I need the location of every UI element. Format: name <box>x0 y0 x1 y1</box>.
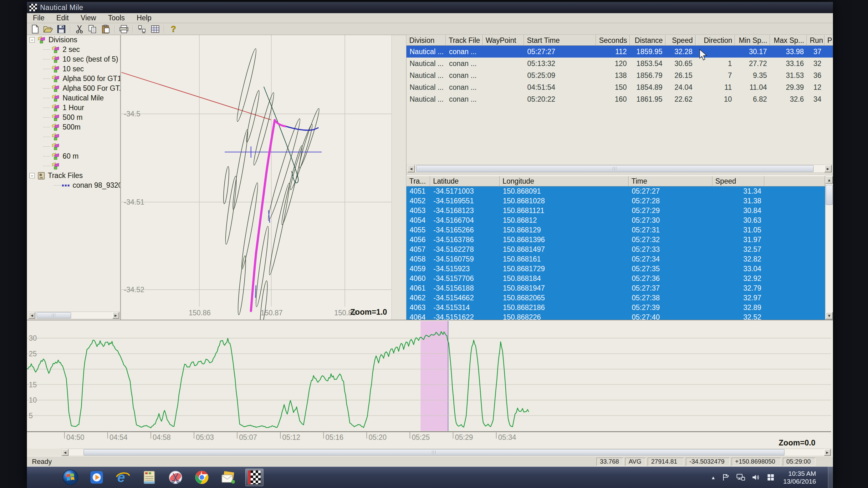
tree-scrollbar-thumb[interactable] <box>37 312 71 319</box>
menu-item-help[interactable]: Help <box>131 13 157 23</box>
save-file-button[interactable] <box>55 24 68 34</box>
menu-item-file[interactable]: File <box>27 13 51 23</box>
tree-item-blank-9[interactable] <box>27 132 120 142</box>
taskbar-clock[interactable]: 10:35 AM 13/06/2016 <box>783 469 816 485</box>
collapse-icon[interactable]: − <box>29 173 35 178</box>
start-button[interactable] <box>61 468 80 486</box>
tree-item-2-sec[interactable]: 2 sec <box>27 45 120 55</box>
tree-item-500-m[interactable]: 500 m <box>27 112 120 122</box>
tree-item-alpha-500-for-gt-[interactable]: Alpha 500 For GT. <box>27 84 120 93</box>
scroll-left-icon[interactable]: ◄ <box>62 449 68 456</box>
runs-column-header-division[interactable]: Division <box>406 35 446 46</box>
points-table-row[interactable]: 4063-34.515314150.868218605:27:3932.89 <box>406 303 825 313</box>
tree-item-nautical-mile[interactable]: Nautical Mile <box>27 93 120 103</box>
points-table-row[interactable]: 4062-34.5154662150.868206505:27:3832.97 <box>406 293 825 303</box>
tree-item-blank-12[interactable] <box>27 161 120 171</box>
runs-column-header-min-sp-[interactable]: Min Sp... <box>735 35 770 46</box>
help-button[interactable]: ? <box>167 24 180 34</box>
tree-item-10-sec-best-of-5-[interactable]: 10 sec (best of 5) <box>27 55 120 64</box>
points-column-header-time[interactable]: Time <box>629 176 712 187</box>
runs-table-row[interactable]: Nautical ...conan ...05:13:321201853.543… <box>406 58 833 69</box>
waypoint-toggle-button[interactable] <box>136 24 148 34</box>
points-vertical-scrollbar[interactable]: ▲ ▼ <box>825 176 833 320</box>
action-center-flag-icon[interactable] <box>722 474 730 481</box>
data-grid-button[interactable] <box>149 24 161 34</box>
scroll-right-icon[interactable]: ► <box>824 165 832 172</box>
print-button[interactable] <box>118 24 130 34</box>
tree-horizontal-scrollbar[interactable]: ◄ ► <box>28 312 120 319</box>
network-icon[interactable] <box>736 474 745 481</box>
points-table-row[interactable]: 4061-34.5156188150.868194705:27:3732.79 <box>406 284 825 293</box>
scroll-right-icon[interactable]: ► <box>112 312 119 319</box>
points-scrollbar-thumb[interactable] <box>826 185 833 205</box>
taskbar-notes-app[interactable] <box>140 468 158 486</box>
menu-item-tools[interactable]: Tools <box>102 13 131 23</box>
runs-column-header-waypoint[interactable]: WayPoint <box>483 35 524 46</box>
points-column-header-tra-[interactable]: Tra... <box>406 176 430 187</box>
cut-button[interactable] <box>73 24 86 34</box>
tree-item-track-file[interactable]: conan 98_932001... <box>27 181 120 190</box>
copy-button[interactable] <box>86 24 99 34</box>
taskbar-nautical-mile-app[interactable] <box>245 468 264 486</box>
window-titlebar[interactable]: Nautical Mile <box>27 2 833 13</box>
volume-icon[interactable] <box>752 474 760 481</box>
points-table-row[interactable]: 4056-34.5163786150.868139605:27:3231.97 <box>406 235 825 245</box>
runs-horizontal-scrollbar[interactable]: ◄ ► <box>407 165 832 173</box>
points-column-header-latitude[interactable]: Latitude <box>430 176 500 187</box>
taskbar-media-player[interactable] <box>88 468 106 486</box>
runs-column-header-distance[interactable]: Distance <box>630 35 665 46</box>
runs-column-header-direction[interactable]: Direction <box>695 35 735 46</box>
graph-horizontal-scrollbar[interactable]: ◄ ► <box>27 449 833 456</box>
desktop-panes-icon[interactable] <box>767 474 774 481</box>
taskbar-chrome[interactable] <box>193 468 211 486</box>
scroll-right-icon[interactable]: ► <box>824 449 831 456</box>
tree-item-60-m[interactable]: 60 m <box>27 152 120 161</box>
runs-table-row[interactable]: Nautical ...conan ...05:27:271121859.953… <box>406 46 833 58</box>
points-table-row[interactable]: 4055-34.5165266150.86812905:27:3131.05 <box>406 225 825 235</box>
tree-item-blank-10[interactable] <box>27 142 120 152</box>
tree-root-divisions[interactable]: −Divisions <box>27 35 120 45</box>
speed-graph-panel[interactable]: 30251510504:5004:5404:5805:0305:0705:120… <box>27 320 833 449</box>
points-table-row[interactable]: 4051-34.5171003150.86809105:27:2731.34 <box>406 187 825 196</box>
points-table-row[interactable]: 4064-34.5151622150.86822605:27:4032.52 <box>406 313 825 320</box>
runs-table-row[interactable]: Nautical ...conan ...05:25:091381856.792… <box>406 69 833 82</box>
tree-root-track-files[interactable]: −Track Files <box>27 171 120 181</box>
tree-item-500m[interactable]: 500m <box>27 122 120 132</box>
tree-item-alpha-500-for-gt1[interactable]: Alpha 500 for GT1 <box>27 74 120 84</box>
open-file-button[interactable] <box>42 24 55 34</box>
points-column-header-longitude[interactable]: Longitude <box>500 176 629 187</box>
taskbar-mail[interactable] <box>219 468 237 486</box>
menu-item-view[interactable]: View <box>75 13 102 23</box>
scroll-left-icon[interactable]: ◄ <box>407 165 415 172</box>
tray-show-hidden-icons[interactable]: ▲ <box>711 475 716 480</box>
runs-table-row[interactable]: Nautical ...conan ...04:51:541501854.892… <box>406 82 833 93</box>
runs-column-header-run[interactable]: Run <box>807 35 825 46</box>
runs-column-header-max-sp-[interactable]: Max Sp... <box>770 35 807 46</box>
scroll-up-icon[interactable]: ▲ <box>826 176 833 184</box>
runs-column-header-seconds[interactable]: Seconds <box>596 35 630 46</box>
points-table-row[interactable]: 4058-34.5160759150.86816105:27:3432.82 <box>406 254 825 264</box>
runs-column-header-p[interactable]: P <box>825 35 833 46</box>
points-table-row[interactable]: 4060-34.5157706150.86818405:27:3632.92 <box>406 274 825 284</box>
points-table-row[interactable]: 4057-34.5162278150.868149705:27:3332.57 <box>406 245 825 254</box>
points-table-row[interactable]: 4059-34.515923150.868172905:27:3533.04 <box>406 264 825 274</box>
collapse-icon[interactable]: − <box>29 37 35 42</box>
show-desktop-button[interactable] <box>828 467 833 488</box>
track-map-panel[interactable]: -34.5 -34.51 -34.52 150.86 150.87 150.88… <box>121 35 392 320</box>
taskbar-internet-explorer[interactable]: e <box>114 468 132 486</box>
taskbar-snipping-tool[interactable] <box>166 468 185 486</box>
tree-item-1-hour[interactable]: 1 Hour <box>27 103 120 112</box>
points-table-row[interactable]: 4054-34.5166704150.8681205:27:3030.63 <box>406 216 825 225</box>
runs-scrollbar-thumb[interactable] <box>416 165 813 172</box>
tree-item-10-sec[interactable]: 10 sec <box>27 64 120 74</box>
runs-column-header-speed[interactable]: Speed <box>665 35 695 46</box>
points-table-row[interactable]: 4053-34.5168123150.868112105:27:2930.84 <box>406 206 825 216</box>
runs-table-row[interactable]: Nautical ...conan ...05:20:221601861.952… <box>406 93 833 105</box>
scroll-down-icon[interactable]: ▼ <box>826 312 833 319</box>
graph-scrollbar-thumb[interactable] <box>84 449 784 455</box>
points-table-row[interactable]: 4052-34.5169551150.868102805:27:2831.38 <box>406 196 825 206</box>
scroll-left-icon[interactable]: ◄ <box>29 312 35 319</box>
menu-item-edit[interactable]: Edit <box>51 13 75 23</box>
new-file-button[interactable] <box>29 24 41 34</box>
runs-column-header-start-time[interactable]: Start Time <box>524 35 596 46</box>
